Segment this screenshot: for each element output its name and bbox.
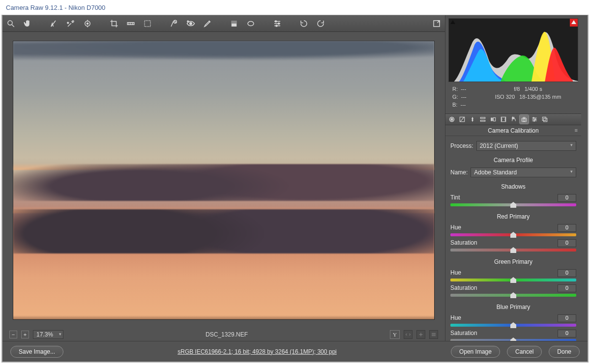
blue-hue-thumb[interactable] (510, 322, 516, 328)
tab-basic[interactable] (447, 115, 456, 124)
radial-filter-tool-icon[interactable] (246, 19, 255, 28)
blue-sat-thumb[interactable] (510, 337, 516, 341)
rotate-cw-icon[interactable] (316, 19, 325, 28)
fullscreen-icon[interactable] (432, 19, 441, 28)
copy-settings-button[interactable] (416, 330, 425, 339)
shadow-clip-indicator[interactable] (449, 19, 457, 27)
tab-tone-curve[interactable] (458, 115, 467, 124)
r-value: --- (461, 86, 466, 92)
svg-rect-48 (544, 118, 547, 122)
straighten-tool-icon[interactable] (126, 19, 135, 28)
tint-thumb[interactable] (510, 202, 516, 208)
titlebar: Camera Raw 9.12.1 - Nikon D7000 (0, 0, 590, 15)
red-hue-label: Hue (450, 224, 461, 232)
view-options-button[interactable] (429, 330, 438, 339)
svg-rect-47 (542, 117, 546, 120)
zoom-out-button[interactable]: − (9, 331, 17, 338)
tab-split-toning[interactable] (489, 115, 498, 124)
panel-menu-icon[interactable]: ≡ (575, 127, 578, 133)
preferences-icon[interactable] (273, 19, 282, 28)
svg-point-25 (276, 25, 277, 27)
swap-view-button[interactable] (404, 330, 413, 339)
tab-lens-corrections[interactable] (499, 115, 508, 124)
hand-tool-icon[interactable] (23, 19, 32, 28)
camera-profile-heading: Camera Profile (450, 157, 576, 164)
green-sat-thumb[interactable] (510, 292, 516, 298)
done-button[interactable]: Done (549, 346, 580, 358)
green-sat-value[interactable]: 0 (558, 284, 576, 292)
g-value: --- (461, 94, 467, 100)
process-select[interactable]: 2012 (Current) (476, 141, 576, 151)
color-sampler-tool-icon[interactable]: + (66, 19, 75, 28)
red-sat-label: Saturation (450, 239, 477, 247)
svg-rect-35 (494, 118, 496, 121)
red-hue-slider[interactable] (450, 233, 576, 236)
red-sat-value[interactable]: 0 (558, 239, 576, 247)
cancel-button[interactable]: Cancel (507, 346, 542, 358)
panel-title-row: Camera Calibration ≡ (445, 125, 581, 136)
left-pane: + + (2, 15, 445, 341)
targeted-adjustment-tool-icon[interactable] (83, 19, 92, 28)
red-eye-tool-icon[interactable]: + (186, 19, 195, 28)
footer: Save Image... sRGB IEC61966-2.1; 16 bit;… (2, 341, 588, 362)
zoom-tool-icon[interactable] (6, 19, 15, 28)
rgb-readout: R: --- G: --- B: --- (452, 85, 482, 109)
tab-presets[interactable] (530, 115, 539, 124)
open-image-button[interactable]: Open Image (451, 346, 500, 358)
tab-snapshots[interactable] (540, 115, 549, 124)
green-primary-heading: Green Primary (450, 258, 576, 265)
tab-camera-calibration[interactable] (520, 115, 529, 124)
svg-point-6 (87, 23, 88, 24)
profile-name-value: Adobe Standard (474, 169, 517, 176)
green-hue-label: Hue (450, 269, 461, 277)
transform-tool-icon[interactable] (143, 19, 152, 28)
tab-effects[interactable]: fx (509, 115, 518, 124)
profile-name-select[interactable]: Adobe Standard (471, 168, 576, 177)
process-value: 2012 (Current) (480, 142, 518, 149)
highlight-clip-indicator[interactable] (570, 19, 578, 27)
exif-readout: f/8 1/400 s ISO 320 18-135@135 mm (482, 85, 574, 109)
tint-slider[interactable] (450, 203, 576, 206)
green-hue-value[interactable]: 0 (558, 269, 576, 277)
blue-hue-slider[interactable] (450, 324, 576, 327)
red-sat-thumb[interactable] (510, 247, 516, 253)
before-after-button[interactable]: Y (390, 330, 400, 339)
tab-detail[interactable] (468, 115, 477, 124)
workflow-options-link[interactable]: sRGB IEC61966-2.1; 16 bit; 4928 by 3264 … (177, 348, 337, 355)
preview-area[interactable] (2, 32, 445, 328)
blue-hue-value[interactable]: 0 (558, 314, 576, 322)
tint-value[interactable]: 0 (558, 194, 576, 202)
svg-rect-32 (480, 117, 485, 118)
zoom-select[interactable]: 17.3% (33, 330, 63, 339)
shadows-heading: Shadows (450, 183, 576, 190)
graduated-filter-tool-icon[interactable] (230, 19, 238, 28)
open-image-label: Open Image (459, 348, 492, 355)
green-sat-slider[interactable] (450, 294, 576, 297)
rotate-ccw-icon[interactable] (299, 19, 308, 28)
svg-point-45 (535, 119, 536, 120)
red-hue-value[interactable]: 0 (558, 224, 576, 232)
spot-removal-tool-icon[interactable] (170, 19, 178, 28)
tab-hsl[interactable] (478, 115, 487, 124)
save-image-button[interactable]: Save Image... (10, 346, 63, 358)
white-balance-tool-icon[interactable] (50, 19, 59, 28)
adjustment-brush-tool-icon[interactable] (203, 19, 212, 28)
red-sat-slider[interactable] (450, 249, 576, 252)
red-hue-thumb[interactable] (510, 232, 516, 238)
panel-tabs: fx (445, 113, 581, 125)
shutter-value: 1/400 s (525, 86, 542, 92)
green-hue-thumb[interactable] (510, 277, 516, 283)
svg-point-24 (278, 23, 280, 24)
panel-title: Camera Calibration (488, 127, 538, 134)
blue-sat-slider[interactable] (450, 339, 576, 341)
green-hue-slider[interactable] (450, 279, 576, 281)
filename-label: DSC_1329.NEF (206, 331, 248, 338)
window-title: Camera Raw 9.12.1 - Nikon D7000 (6, 4, 105, 11)
b-value: --- (461, 102, 466, 108)
histogram[interactable] (448, 18, 578, 82)
svg-point-3 (72, 21, 74, 22)
svg-text:+: + (187, 20, 189, 23)
zoom-in-button[interactable]: + (21, 331, 29, 338)
crop-tool-icon[interactable] (110, 19, 118, 28)
blue-sat-value[interactable]: 0 (558, 330, 576, 337)
